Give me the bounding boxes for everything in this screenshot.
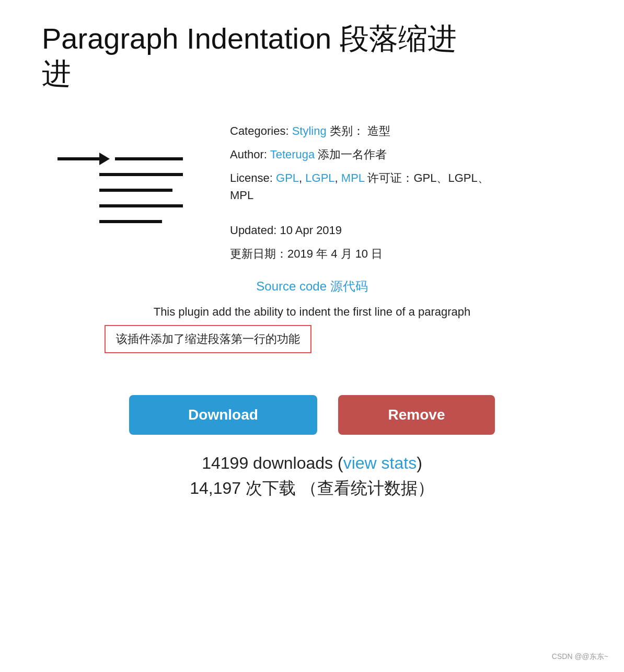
license-link-gpl[interactable]: GPL xyxy=(276,171,299,184)
author-link[interactable]: Teteruga xyxy=(270,148,315,161)
author-line: Author: Teteruga 添加一名作者 xyxy=(230,146,582,163)
description-zh: 该插件添加了缩进段落第一行的功能 xyxy=(116,332,300,345)
stats-section: 14199 downloads (view stats) 14,197 次下载 … xyxy=(42,454,582,500)
updated-cn: 更新日期：2019 年 4 月 10 日 xyxy=(230,247,383,260)
updated-value: 10 Apr 2019 xyxy=(280,224,342,237)
categories-line: Categories: Styling 类别： 造型 xyxy=(230,122,582,140)
watermark: CSDN @@东东~ xyxy=(552,652,608,662)
remove-button[interactable]: Remove xyxy=(338,395,495,435)
description-section: This plugin add the ability to indent th… xyxy=(42,305,582,374)
plugin-meta: Categories: Styling 类别： 造型 Author: Teter… xyxy=(230,112,582,262)
stats-en: 14199 downloads (view stats) xyxy=(42,454,582,473)
author-label: Author: xyxy=(230,148,267,161)
stats-en-end: ) xyxy=(417,454,422,472)
svg-marker-1 xyxy=(99,153,110,165)
description-en: This plugin add the ability to indent th… xyxy=(42,305,582,319)
view-stats-link[interactable]: view stats xyxy=(343,454,417,472)
stats-en-text: 14199 downloads ( xyxy=(202,454,343,472)
author-cn: 添加一名作者 xyxy=(318,148,387,161)
page-title: Paragraph Indentation 段落缩进 进 xyxy=(42,21,582,91)
buttons-row: Download Remove xyxy=(42,395,582,435)
license-label: License: xyxy=(230,171,273,184)
plugin-info-row: Categories: Styling 类别： 造型 Author: Teter… xyxy=(42,112,582,262)
categories-label: Categories: xyxy=(230,124,289,137)
plugin-icon-area xyxy=(42,112,199,237)
license-link-mpl[interactable]: MPL xyxy=(341,171,364,184)
license-cn-part2: MPL xyxy=(230,189,253,202)
source-code-section: Source code 源代码 xyxy=(42,278,582,295)
updated-cn-line: 更新日期：2019 年 4 月 10 日 xyxy=(230,245,582,262)
license-link-lgpl[interactable]: LGPL xyxy=(305,171,334,184)
updated-label: Updated: xyxy=(230,224,276,237)
license-line: License: GPL, LGPL, MPL 许可证：GPL、LGPL、 MP… xyxy=(230,169,582,204)
license-cn-part1: 许可证：GPL、LGPL、 xyxy=(367,171,489,184)
plugin-icon xyxy=(47,122,193,237)
stats-zh: 14,197 次下载 （查看统计数据） xyxy=(42,477,582,500)
description-zh-box: 该插件添加了缩进段落第一行的功能 xyxy=(105,325,311,353)
updated-line: Updated: 10 Apr 2019 xyxy=(230,222,582,239)
categories-cn: 类别： 造型 xyxy=(330,124,390,137)
source-code-link[interactable]: Source code 源代码 xyxy=(256,279,367,293)
download-button[interactable]: Download xyxy=(129,395,317,435)
categories-link[interactable]: Styling xyxy=(292,124,327,137)
